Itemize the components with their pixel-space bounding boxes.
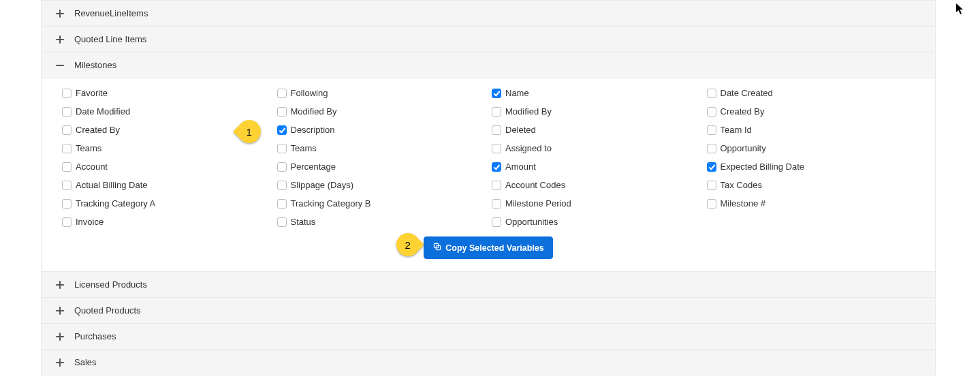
field-opportunity[interactable]: Opportunity <box>707 143 915 153</box>
field-label: Opportunities <box>505 217 558 227</box>
section-quoted-line-items[interactable]: Quoted Line Items <box>42 27 935 52</box>
field-label: Following <box>291 88 328 98</box>
section-label: Purchases <box>74 331 116 341</box>
field-label: Actual Billing Date <box>76 180 148 190</box>
field-label: Tax Codes <box>721 180 762 190</box>
checkbox-created-by-1[interactable] <box>707 107 716 117</box>
checkbox-date-created[interactable] <box>707 89 716 98</box>
field-account[interactable]: Account <box>62 162 270 172</box>
checkbox-tax-codes[interactable] <box>707 181 716 190</box>
field-actual-billing[interactable]: Actual Billing Date <box>62 180 270 190</box>
plus-icon <box>55 307 65 315</box>
field-label: Date Created <box>721 88 773 98</box>
plus-icon <box>55 358 65 367</box>
field-label: Milestone # <box>721 198 765 209</box>
field-following[interactable]: Following <box>277 88 486 98</box>
plus-icon <box>55 35 65 44</box>
section-label: RevenueLineItems <box>74 8 148 18</box>
checkbox-milestone-num[interactable] <box>707 199 716 209</box>
checkbox-milestone-period[interactable] <box>492 199 501 209</box>
field-modified-by-1[interactable]: Modified By <box>277 106 486 117</box>
checkbox-favorite[interactable] <box>62 89 72 98</box>
field-date-created[interactable]: Date Created <box>707 88 915 98</box>
checkbox-description[interactable] <box>277 125 287 135</box>
checkbox-teams-1[interactable] <box>62 144 72 153</box>
field-favorite[interactable]: Favorite <box>62 88 270 98</box>
field-slippage[interactable]: Slippage (Days) <box>277 180 486 190</box>
checkbox-date-modified[interactable] <box>62 107 72 117</box>
checkbox-modified-by-2[interactable] <box>492 107 501 117</box>
checkbox-teams-2[interactable] <box>277 144 287 153</box>
field-teams-1[interactable]: Teams <box>62 143 270 153</box>
field-tax-codes[interactable]: Tax Codes <box>707 180 915 190</box>
field-label: Modified By <box>291 106 337 117</box>
field-label: Created By <box>76 125 120 135</box>
button-label: Copy Selected Variables <box>445 243 544 253</box>
checkbox-opportunity[interactable] <box>707 144 716 153</box>
plus-icon <box>55 281 65 289</box>
checkbox-opportunities[interactable] <box>492 217 501 227</box>
section-label: Quoted Products <box>74 305 141 316</box>
checkbox-invoice[interactable] <box>62 217 72 227</box>
field-created-by-1[interactable]: Created By <box>707 106 915 117</box>
plus-icon <box>55 333 65 341</box>
field-label: Assigned to <box>505 143 552 153</box>
field-label: Deleted <box>505 125 536 135</box>
checkbox-account-codes[interactable] <box>492 181 501 190</box>
checkbox-following[interactable] <box>277 89 287 98</box>
checkbox-status[interactable] <box>277 217 287 227</box>
field-assigned-to[interactable]: Assigned to <box>492 143 700 153</box>
checkbox-account[interactable] <box>62 162 72 172</box>
field-invoice[interactable]: Invoice <box>62 217 270 227</box>
section-milestones[interactable]: Milestones <box>42 52 935 78</box>
field-account-codes[interactable]: Account Codes <box>492 180 700 190</box>
plus-icon <box>55 10 65 18</box>
checkbox-name[interactable] <box>492 89 501 98</box>
field-expected-billing[interactable]: Expected Billing Date <box>707 162 915 172</box>
field-tracking-a[interactable]: Tracking Category A <box>62 198 270 209</box>
field-opportunities[interactable]: Opportunities <box>492 217 700 227</box>
section-label: Sales <box>74 357 97 367</box>
field-label: Favorite <box>76 88 108 98</box>
checkbox-assigned-to[interactable] <box>492 144 501 153</box>
checkbox-modified-by-1[interactable] <box>277 107 287 117</box>
checkbox-slippage[interactable] <box>277 181 287 190</box>
field-name[interactable]: Name <box>492 88 700 98</box>
field-milestone-period[interactable]: Milestone Period <box>492 198 700 209</box>
field-label: Teams <box>76 143 101 153</box>
field-label: Account Codes <box>505 180 565 190</box>
checkbox-amount[interactable] <box>492 162 501 172</box>
checkbox-team-id[interactable] <box>707 125 716 135</box>
section-sales[interactable]: Sales <box>42 350 935 375</box>
field-status[interactable]: Status <box>277 217 486 227</box>
checkbox-actual-billing[interactable] <box>62 181 72 190</box>
field-tracking-b[interactable]: Tracking Category B <box>277 198 486 209</box>
checkbox-deleted[interactable] <box>492 125 501 135</box>
field-team-id[interactable]: Team Id <box>707 125 915 135</box>
field-teams-2[interactable]: Teams <box>277 143 486 153</box>
section-licensed-products[interactable]: Licensed Products <box>42 272 935 297</box>
copy-selected-variables-button[interactable]: Copy Selected Variables <box>424 236 553 259</box>
section-revenue-line-items[interactable]: RevenueLineItems <box>42 1 935 26</box>
field-label: Date Modified <box>76 106 130 117</box>
field-modified-by-2[interactable]: Modified By <box>492 106 700 117</box>
checkbox-percentage[interactable] <box>277 162 287 172</box>
checkbox-expected-billing[interactable] <box>707 162 716 172</box>
field-label: Amount <box>505 162 536 172</box>
field-date-modified[interactable]: Date Modified <box>62 106 270 117</box>
field-amount[interactable]: Amount <box>492 162 700 172</box>
minus-icon <box>55 61 65 70</box>
copy-icon <box>432 242 442 254</box>
checkbox-created-by-2[interactable] <box>62 125 72 135</box>
field-label: Tracking Category B <box>291 198 371 209</box>
field-deleted[interactable]: Deleted <box>492 125 700 135</box>
field-created-by-2[interactable]: Created By <box>62 125 270 135</box>
field-percentage[interactable]: Percentage <box>277 162 486 172</box>
field-label: Modified By <box>505 106 552 117</box>
field-description[interactable]: 1 Description <box>277 125 486 135</box>
checkbox-tracking-b[interactable] <box>277 199 287 209</box>
section-quoted-products[interactable]: Quoted Products <box>42 298 935 323</box>
section-purchases[interactable]: Purchases <box>42 324 935 349</box>
field-milestone-num[interactable]: Milestone # <box>707 198 915 209</box>
checkbox-tracking-a[interactable] <box>62 199 72 209</box>
